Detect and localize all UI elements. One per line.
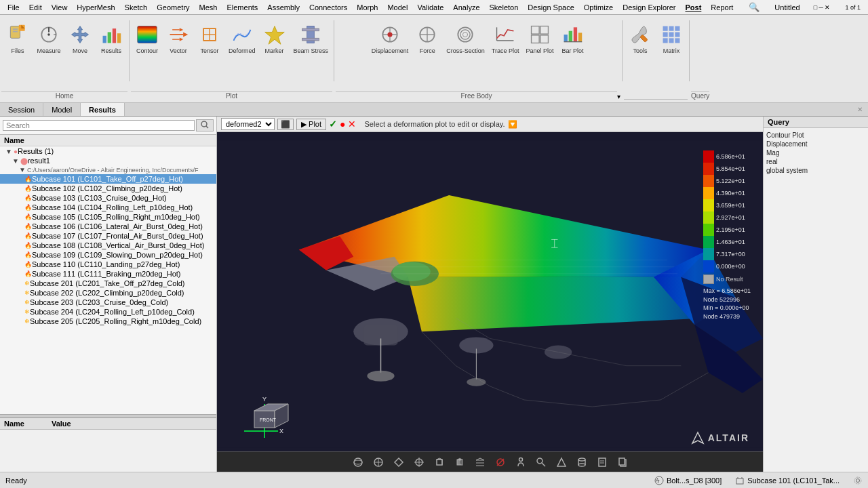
tree-item-sc110[interactable]: 🔥 Subcase 110 (LC110_Landing_p27deg_Hot) (0, 260, 216, 269)
bt-btn-cylinder[interactable] (574, 454, 590, 470)
status-settings-icon[interactable] (853, 476, 863, 485)
menu-validate[interactable]: Validate (412, 2, 448, 13)
query-item-1: Displacement (766, 140, 865, 148)
svg-rect-8 (103, 36, 106, 43)
plot-icon-btn[interactable]: ⬛ (277, 119, 294, 130)
search-input[interactable] (3, 120, 195, 131)
bt-btn-note[interactable] (594, 454, 610, 470)
cb-row-4: 3.659e+01 (703, 199, 757, 211)
bt-btn-search[interactable] (533, 454, 549, 470)
tree-item-sc201[interactable]: ❄ Subcase 201 (LC201_Take_Off_p27deg_Col… (0, 279, 216, 288)
bt-btn-person[interactable] (513, 454, 529, 470)
menu-hypermesh[interactable]: HyperMesh (72, 2, 119, 13)
svg-rect-39 (540, 26, 549, 35)
canvas-3d[interactable]: ⌶ (217, 137, 763, 451)
bt-btn-diamond[interactable] (391, 454, 407, 470)
free-body-dropdown-btn[interactable]: ▾ (617, 93, 620, 100)
toolbar-btn-beam-stress[interactable]: Beam Stress (291, 20, 332, 56)
nav-tab-model[interactable]: Model (43, 103, 81, 116)
orient-cube[interactable]: X Y FRONT (237, 390, 292, 445)
bolt-icon (654, 476, 664, 485)
menu-view[interactable]: View (47, 2, 73, 13)
svg-rect-44 (574, 27, 577, 41)
nav-tab-session[interactable]: Session (0, 103, 43, 116)
toolbar-btn-matrix[interactable]: Matrix (656, 20, 686, 56)
menu-file[interactable]: File (3, 2, 24, 13)
toolbar-btn-move[interactable]: Move (65, 20, 95, 56)
tree-item-sc105[interactable]: 🔥 Subcase 105 (LC105_Rolling_Right_m10de… (0, 212, 216, 222)
plot-dot-icon: ● (340, 119, 345, 129)
tree-item-results-root[interactable]: ▼ ● Results (1) (0, 146, 216, 156)
tree-item-sc107[interactable]: 🔥 Subcase 107 (LC107_Frontal_Air_Burst_0… (0, 231, 216, 241)
menu-morph[interactable]: Morph (352, 2, 382, 13)
plot-dropdown[interactable]: deformed2 (221, 118, 275, 130)
tree-item-path[interactable]: ▼ C:/Users/aaron/OneDrive - Altair Engin… (0, 165, 216, 174)
bt-btn-cube-wire[interactable] (431, 454, 448, 470)
bt-btn-globe[interactable] (370, 454, 387, 470)
menu-report[interactable]: Report (706, 2, 738, 13)
menu-assembly[interactable]: Assembly (262, 2, 304, 13)
plot-close-icon[interactable]: ✕ (348, 119, 356, 129)
tree-item-sc106[interactable]: 🔥 Subcase 106 (LC106_Lateral_Air_Burst_0… (0, 222, 216, 231)
toolbar-btn-tools[interactable]: Tools (625, 20, 655, 56)
tree-item-sc203[interactable]: ❄ Subcase 203 (LC203_Cruise_0deg_Cold) (0, 298, 216, 307)
toolbar-btn-measure[interactable]: Measure (34, 20, 64, 56)
menu-mesh[interactable]: Mesh (195, 2, 222, 13)
svg-text:Y: Y (262, 396, 267, 403)
menu-design-space[interactable]: Design Space (523, 2, 579, 13)
bt-btn-copy[interactable] (614, 454, 631, 470)
bt-btn-cube-solid[interactable] (452, 454, 468, 470)
menu-skeleton[interactable]: Skeleton (485, 2, 524, 13)
toolbar-btn-tensor[interactable]: Tensor (195, 20, 224, 56)
status-subcase: Subcase 101 (LC101_Tak... (735, 476, 840, 485)
toolbar-btn-vector[interactable]: Vector (163, 20, 193, 56)
menu-model[interactable]: Model (382, 2, 412, 13)
plot-run-btn[interactable]: ▶ Plot (296, 119, 326, 130)
toolbar-btn-files[interactable]: Files (3, 20, 33, 56)
menu-edit[interactable]: Edit (24, 2, 47, 13)
bt-btn-layers[interactable] (472, 454, 488, 470)
svg-text:X: X (279, 428, 283, 434)
menu-geometry[interactable]: Geometry (152, 2, 194, 13)
tree-item-sc202[interactable]: ❄ Subcase 202 (LC202_Climbing_p20deg_Col… (0, 288, 216, 298)
toolbar-btn-displacement[interactable]: Displacement (369, 20, 412, 56)
tree-item-sc108[interactable]: 🔥 Subcase 108 (LC108_Vertical_Air_Burst_… (0, 241, 216, 250)
nav-tab-results[interactable]: Results (81, 103, 125, 116)
toolbar-btn-cross-section[interactable]: Cross-Section (443, 20, 488, 56)
toolbar-btn-force[interactable]: Force (412, 20, 442, 56)
svg-rect-49 (669, 26, 673, 31)
toolbar-btn-results[interactable]: Results (96, 20, 126, 56)
menu-elements[interactable]: Elements (222, 2, 262, 13)
viewport[interactable]: deformed2 ⬛ ▶ Plot ✓ ● ✕ Select a deform… (217, 117, 763, 472)
tree-item-sc103[interactable]: 🔥 Subcase 103 (LC103_Cruise_0deg_Hot) (0, 193, 216, 203)
menu-connectors[interactable]: Connectors (304, 2, 352, 13)
toolbar-btn-deformed[interactable]: Deformed (226, 20, 258, 56)
bt-btn-shape[interactable] (553, 454, 570, 470)
bt-btn-eye-cut[interactable] (492, 454, 509, 470)
toolbar-btn-trace-plot[interactable]: Trace Plot (489, 20, 522, 56)
menu-optimize[interactable]: Optimize (579, 2, 618, 13)
altair-logo: ALTAIR (691, 431, 749, 445)
tree-item-sc109[interactable]: 🔥 Subcase 109 (LC109_Slowing_Down_p20deg… (0, 250, 216, 260)
tree-item-sc102[interactable]: 🔥 Subcase 102 (LC102_Climbing_p20deg_Hot… (0, 184, 216, 193)
bt-btn-sphere[interactable] (350, 454, 366, 470)
tree-item-sc101[interactable]: 🔥 Subcase 101 (LC101_Take_Off_p27deg_Hot… (0, 174, 216, 184)
menu-post[interactable]: Post (680, 2, 706, 13)
search-button[interactable] (196, 119, 214, 131)
tree-item-sc205[interactable]: ❄ Subcase 205 (LC205_Rolling_Right_m10de… (0, 317, 216, 326)
tree-item-sc204[interactable]: ❄ Subcase 204 (LC204_Rolling_Left_p10deg… (0, 307, 216, 317)
properties-value-header: Value (52, 420, 71, 428)
bt-btn-crosshair[interactable] (411, 454, 427, 470)
toolbar-btn-bar-plot[interactable]: Bar Plot (557, 20, 587, 56)
svg-marker-14 (183, 32, 188, 37)
toolbar-btn-panel-plot[interactable]: Panel Plot (523, 20, 556, 56)
svg-rect-12 (138, 26, 157, 43)
tree-item-result1[interactable]: ▼ ⬤ result1 (0, 156, 216, 165)
menu-analyze[interactable]: Analyze (448, 2, 484, 13)
toolbar-btn-marker[interactable]: Marker (260, 20, 290, 56)
tree-item-sc111[interactable]: 🔥 Subcase 111 (LC111_Braking_m20deg_Hot) (0, 269, 216, 279)
tree-item-sc104[interactable]: 🔥 Subcase 104 (LC104_Rolling_Left_p10deg… (0, 203, 216, 212)
menu-sketch[interactable]: Sketch (120, 2, 153, 13)
menu-design-explorer[interactable]: Design Explorer (618, 2, 680, 13)
toolbar-btn-contour[interactable]: Contour (132, 20, 162, 56)
